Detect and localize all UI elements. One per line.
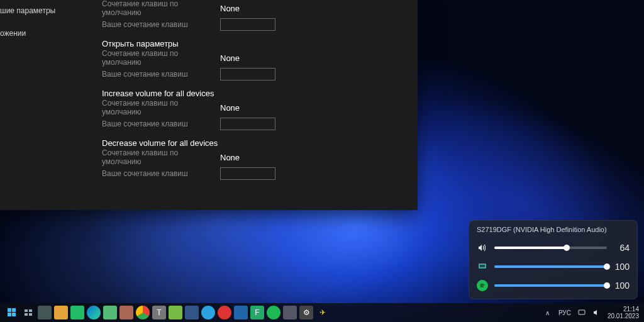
label-default: Сочетание клавиш по умолчанию [102,0,213,17]
volume-row-app-system: 100 [477,257,630,276]
volume-row-app-spotify: 100 [477,276,630,295]
label-custom: Ваше сочетание клавиш [102,169,213,178]
svg-rect-1 [480,265,485,267]
system-app-icon[interactable] [477,261,488,272]
volume-slider-app[interactable] [494,284,607,287]
settings-nav: шие параметры ожении [0,0,102,210]
hotkey-input[interactable] [220,68,275,80]
volume-slider-app[interactable] [494,265,607,268]
taskbar-app-icon[interactable] [119,306,133,319]
volume-value-app: 100 [613,280,630,291]
value-default: None [220,153,240,162]
row-custom: Ваше сочетание клавиш [102,66,408,82]
taskbar-app-icon[interactable]: ✈ [316,306,330,319]
hotkey-input[interactable] [220,118,275,130]
date-text: 20.01.2023 [608,313,639,320]
edge-icon[interactable] [87,306,101,319]
chrome-icon[interactable] [136,306,150,319]
section-title: Decrease volume for all devices [102,135,408,149]
taskbar: T F ⚙ ✈ ∧ РУС 21:14 20.01.2023 [0,303,644,322]
time-text: 21:14 [608,306,639,313]
telegram-icon[interactable] [201,306,215,319]
row-custom: Ваше сочетание клавиш [102,116,408,132]
svg-rect-9 [29,313,32,316]
volume-flyout: S2719DGF (NVIDIA High Definition Audio) … [469,220,638,299]
label-default: Сочетание клавиш по умолчанию [102,49,213,67]
settings-window: шие параметры ожении Сочетание клавиш по… [0,0,418,210]
taskbar-app-icon[interactable] [169,306,182,319]
language-indicator[interactable]: РУС [558,309,571,316]
clock[interactable]: 21:14 20.01.2023 [608,306,639,320]
row-default: Сочетание клавиш по умолчанию None [102,0,408,16]
value-default: None [220,4,240,13]
taskbar-app-icon[interactable] [103,306,117,319]
svg-rect-7 [29,309,32,312]
spotify-taskbar-icon[interactable] [267,306,280,319]
section-0: Сочетание клавиш по умолчанию None Ваше … [102,0,408,33]
volume-tray-icon[interactable] [592,308,601,317]
start-button[interactable] [5,306,19,319]
svg-rect-5 [12,313,16,316]
label-default: Сочетание клавиш по умолчанию [102,148,213,166]
explorer-icon[interactable] [54,306,68,319]
row-custom: Ваше сочетание клавиш [102,16,408,33]
nav-item-about[interactable]: ожении [0,26,102,40]
label-custom: Ваше сочетание клавиш [102,70,213,79]
label-custom: Ваше сочетание клавиш [102,119,213,128]
nav-item-params[interactable]: шие параметры [0,4,102,18]
audio-device-name[interactable]: S2719DGF (NVIDIA High Definition Audio) [477,226,630,233]
value-default: None [220,103,240,113]
row-default: Сочетание клавиш по умолчанию None [102,99,408,116]
taskbar-app-icon[interactable] [218,306,231,319]
svg-rect-10 [579,310,585,314]
hotkey-input[interactable] [220,167,275,180]
settings-icon[interactable]: ⚙ [299,306,313,319]
volume-slider-main[interactable] [494,247,607,249]
section-title: Increase volume for all devices [102,85,408,99]
taskbar-app-icon[interactable] [185,306,199,319]
taskbar-app-icon[interactable] [70,306,84,319]
spotify-icon[interactable] [477,280,488,291]
tray-chevron-icon[interactable]: ∧ [543,308,552,317]
speaker-icon[interactable] [477,242,488,253]
svg-rect-8 [25,313,28,316]
volume-row-main: 64 [477,238,630,257]
taskbar-app-icon[interactable]: F [250,306,264,319]
row-default: Сочетание клавиш по умолчанию None [102,149,408,165]
row-default: Сочетание клавиш по умолчанию None [102,50,408,66]
taskbar-app-icon[interactable] [234,306,248,319]
section-title: Открыть параметры [102,35,408,50]
taskbar-apps: T F ⚙ ✈ [5,306,330,319]
section-2: Increase volume for all devices Сочетани… [102,85,408,132]
network-icon[interactable] [577,308,586,317]
svg-rect-2 [8,308,11,312]
settings-content: Сочетание клавиш по умолчанию None Ваше … [102,0,418,210]
section-3: Decrease volume for all devices Сочетани… [102,135,408,182]
svg-rect-4 [8,313,11,316]
taskbar-app-icon[interactable]: T [152,306,166,319]
section-1: Открыть параметры Сочетание клавиш по ум… [102,35,408,82]
taskbar-tray: ∧ РУС 21:14 20.01.2023 [543,306,639,320]
taskbar-app-icon[interactable] [283,306,297,319]
label-custom: Ваше сочетание клавиш [102,20,213,29]
volume-value-app: 100 [613,262,630,272]
hotkey-input[interactable] [220,18,275,31]
svg-rect-6 [25,309,28,312]
value-default: None [220,53,240,63]
task-view-icon[interactable] [21,306,35,319]
volume-value-main: 64 [613,243,630,253]
row-custom: Ваше сочетание клавиш [102,165,408,182]
label-default: Сочетание клавиш по умолчанию [102,99,213,116]
taskbar-app-icon[interactable] [38,306,52,319]
svg-rect-3 [12,308,16,312]
